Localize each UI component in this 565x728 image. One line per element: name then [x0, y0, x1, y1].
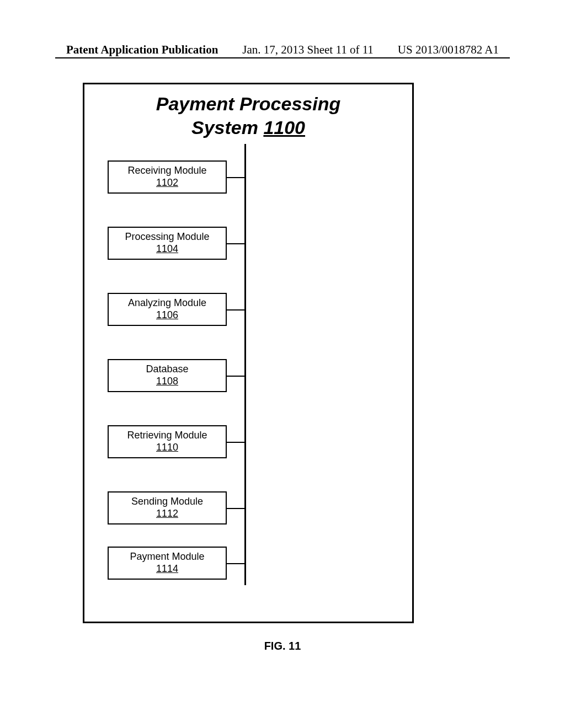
diagram-title-ref: 1100	[263, 117, 305, 138]
module-label: Database	[146, 363, 188, 376]
header-date-sheet: Jan. 17, 2013 Sheet 11 of 11	[242, 43, 374, 57]
module-label: Sending Module	[131, 496, 203, 508]
module-label: Receiving Module	[127, 165, 206, 177]
module-receiving: Receiving Module 1102	[108, 160, 227, 194]
module-ref: 1106	[156, 309, 178, 322]
connector	[227, 563, 246, 564]
connector	[227, 309, 246, 311]
module-ref: 1114	[156, 563, 178, 575]
connector	[227, 376, 246, 377]
figure-caption: FIG. 11	[0, 640, 565, 652]
connector	[227, 243, 246, 244]
module-label: Retrieving Module	[127, 430, 207, 442]
module-ref: 1102	[156, 177, 178, 189]
diagram-title-line2: System 1100	[84, 116, 412, 140]
module-retrieving: Retrieving Module 1110	[108, 425, 227, 458]
connector	[227, 442, 246, 443]
system-diagram-frame: Payment Processing System 1100 Receiving…	[83, 83, 414, 623]
bus-line	[244, 144, 246, 585]
header-patent-number: US 2013/0018782 A1	[398, 43, 499, 57]
module-sending: Sending Module 1112	[108, 491, 227, 524]
diagram-title-prefix: System	[191, 117, 263, 138]
module-payment: Payment Module 1114	[108, 547, 227, 580]
module-ref: 1104	[156, 243, 178, 255]
module-ref: 1108	[156, 376, 178, 388]
header-divider	[55, 57, 510, 58]
module-label: Processing Module	[125, 231, 209, 243]
module-analyzing: Analyzing Module 1106	[108, 293, 227, 326]
header-publication: Patent Application Publication	[66, 43, 218, 57]
module-label: Analyzing Module	[128, 297, 206, 309]
diagram-title-line1: Payment Processing	[84, 92, 412, 116]
connector	[227, 508, 246, 509]
module-ref: 1110	[156, 442, 178, 454]
module-ref: 1112	[156, 508, 178, 520]
module-processing: Processing Module 1104	[108, 227, 227, 260]
module-label: Payment Module	[130, 551, 204, 563]
module-database: Database 1108	[108, 359, 227, 392]
connector	[227, 177, 246, 178]
diagram-title: Payment Processing System 1100	[84, 92, 412, 139]
